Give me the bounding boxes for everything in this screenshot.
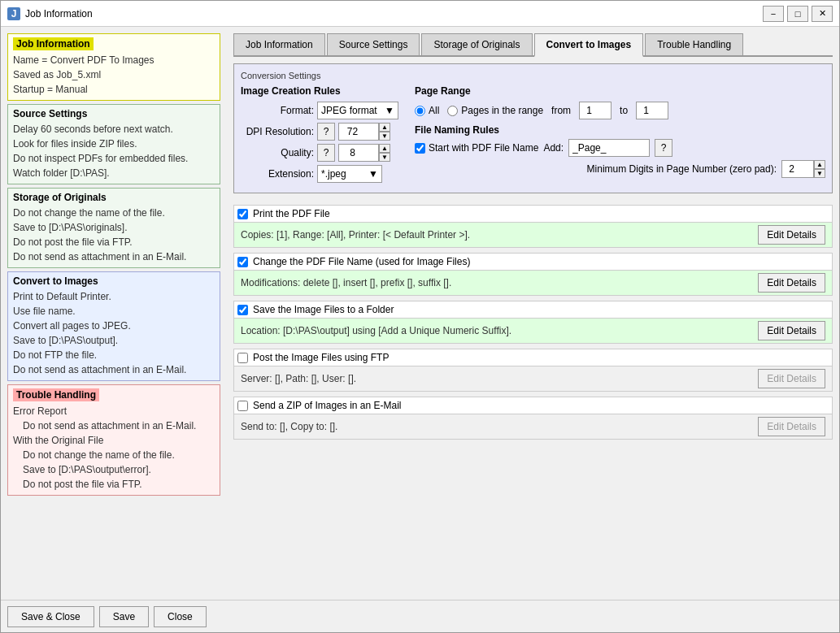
job-info-item-1: Name = Convert PDF To Images bbox=[13, 53, 215, 67]
quality-question-button[interactable]: ? bbox=[317, 144, 335, 162]
min-digits-spin-buttons: ▲ ▼ bbox=[814, 160, 825, 178]
trouble-original-item-2: Save to [D:\PAS\output\error]. bbox=[13, 462, 215, 477]
extension-row: Extension: *.jpeg ▼ bbox=[241, 165, 398, 183]
add-question-button[interactable]: ? bbox=[655, 139, 672, 157]
save-close-button[interactable]: Save & Close bbox=[7, 606, 94, 627]
trouble-header: Trouble Handling bbox=[13, 388, 99, 401]
title-bar: J Job Information − □ ✕ bbox=[1, 1, 839, 27]
minimize-button[interactable]: − bbox=[763, 6, 784, 22]
tab-job-information[interactable]: Job Information bbox=[233, 33, 325, 55]
quality-spin-buttons: ▲ ▼ bbox=[379, 144, 390, 162]
print-pdf-edit-button[interactable]: Edit Details bbox=[758, 225, 825, 245]
post-ftp-checkbox[interactable] bbox=[237, 353, 248, 363]
dpi-up-button[interactable]: ▲ bbox=[379, 123, 390, 132]
extension-value: *.jpeg bbox=[321, 168, 346, 180]
all-pages-text: All bbox=[429, 105, 439, 116]
dpi-question-button[interactable]: ? bbox=[317, 123, 335, 141]
job-info-item-2: Saved as Job_5.xml bbox=[13, 67, 215, 82]
file-naming-title: File Naming Rules bbox=[415, 124, 825, 136]
storage-header: Storage of Originals bbox=[13, 192, 215, 203]
image-creation-rules: Image Creation Rules Format: JPEG format… bbox=[241, 85, 398, 186]
tab-storage-originals[interactable]: Storage of Originals bbox=[421, 33, 532, 55]
post-ftp-edit-button[interactable]: Edit Details bbox=[758, 369, 825, 388]
change-pdf-edit-button[interactable]: Edit Details bbox=[758, 273, 825, 293]
tab-convert-images[interactable]: Convert to Images bbox=[534, 33, 644, 57]
print-pdf-row: Print the PDF File bbox=[233, 205, 833, 223]
format-value: JPEG format bbox=[321, 105, 377, 116]
storage-item-3: Do not post the file via FTP. bbox=[13, 235, 215, 249]
close-button[interactable]: Close bbox=[154, 606, 207, 627]
save-image-edit-button[interactable]: Edit Details bbox=[758, 321, 825, 340]
dpi-down-button[interactable]: ▼ bbox=[379, 132, 390, 141]
convert-item-3: Convert all pages to JPEG. bbox=[13, 319, 215, 333]
tab-source-settings[interactable]: Source Settings bbox=[327, 33, 420, 55]
min-digits-up-button[interactable]: ▲ bbox=[814, 160, 825, 169]
page-range-section: Page Range All Pages in the range bbox=[415, 85, 825, 119]
storage-section: Storage of Originals Do not change the n… bbox=[7, 188, 220, 268]
quality-up-button[interactable]: ▲ bbox=[379, 144, 390, 153]
start-with-pdf-text: Start with PDF File Name bbox=[429, 142, 538, 154]
page-range-label[interactable]: Pages in the range bbox=[447, 105, 543, 116]
add-value-input[interactable] bbox=[568, 139, 650, 157]
min-digits-down-button[interactable]: ▼ bbox=[814, 169, 825, 178]
extension-select[interactable]: *.jpeg ▼ bbox=[317, 165, 382, 183]
all-pages-label[interactable]: All bbox=[415, 105, 439, 116]
start-with-pdf-checkbox[interactable] bbox=[415, 143, 425, 154]
start-with-pdf-row: Start with PDF File Name Add: ? bbox=[415, 139, 825, 157]
post-ftp-info: Server: [], Path: [], User: []. Edit Det… bbox=[233, 366, 833, 392]
main-window: J Job Information − □ ✕ Job Information … bbox=[0, 0, 840, 633]
format-dropdown-arrow: ▼ bbox=[385, 105, 394, 116]
min-digits-input[interactable] bbox=[781, 160, 814, 178]
dpi-input[interactable] bbox=[338, 123, 379, 141]
post-ftp-info-text: Server: [], Path: [], User: []. bbox=[241, 373, 758, 384]
send-zip-row: Send a ZIP of Images in an E-Mail bbox=[233, 397, 833, 414]
trouble-error-label: Error Report bbox=[13, 404, 215, 418]
file-naming-rules: File Naming Rules Start with PDF File Na… bbox=[415, 124, 825, 181]
quality-spinbox: ▲ ▼ bbox=[338, 144, 390, 162]
convert-section: Convert to Images Print to Default Print… bbox=[7, 271, 220, 381]
min-digits-label: Minimum Digits in Page Number (zero pad)… bbox=[587, 163, 777, 175]
post-ftp-label: Post the Image Files using FTP bbox=[253, 352, 389, 363]
min-digits-row: Minimum Digits in Page Number (zero pad)… bbox=[415, 160, 825, 178]
dpi-row: DPI Resolution: ? ▲ ▼ bbox=[241, 123, 398, 141]
save-image-row: Save the Image Files to a Folder bbox=[233, 301, 833, 319]
pages-in-range-radio[interactable] bbox=[447, 106, 458, 116]
save-image-checkbox[interactable] bbox=[237, 305, 248, 315]
storage-item-2: Save to [D:\PAS\originals]. bbox=[13, 220, 215, 235]
save-image-info-text: Location: [D:\PAS\output] using [Add a U… bbox=[241, 325, 758, 336]
source-settings-header: Source Settings bbox=[13, 108, 215, 119]
maximize-button[interactable]: □ bbox=[787, 6, 808, 22]
convert-item-6: Do not send as attachment in an E-Mail. bbox=[13, 362, 215, 377]
job-info-item-3: Startup = Manual bbox=[13, 82, 215, 97]
storage-item-1: Do not change the name of the file. bbox=[13, 206, 215, 220]
send-zip-checkbox[interactable] bbox=[237, 401, 248, 411]
quality-input[interactable] bbox=[338, 144, 379, 162]
app-icon: J bbox=[7, 7, 20, 20]
trouble-original-label: With the Original File bbox=[13, 433, 215, 448]
range-to-input[interactable] bbox=[636, 102, 668, 119]
right-settings: Page Range All Pages in the range bbox=[415, 85, 825, 186]
start-with-pdf-label[interactable]: Start with PDF File Name bbox=[415, 142, 538, 154]
all-pages-radio[interactable] bbox=[415, 106, 425, 116]
trouble-original-item-1: Do not change the name of the file. bbox=[13, 448, 215, 462]
post-ftp-row: Post the Image Files using FTP bbox=[233, 349, 833, 366]
tab-bar: Job Information Source Settings Storage … bbox=[233, 33, 833, 57]
send-zip-label: Send a ZIP of Images in an E-Mail bbox=[253, 400, 402, 411]
tab-trouble-handling[interactable]: Trouble Handling bbox=[645, 33, 743, 55]
footer: Save & Close Save Close bbox=[1, 600, 839, 632]
quality-down-button[interactable]: ▼ bbox=[379, 153, 390, 162]
print-pdf-checkbox[interactable] bbox=[237, 209, 248, 219]
send-zip-edit-button[interactable]: Edit Details bbox=[758, 417, 825, 436]
change-pdf-checkbox[interactable] bbox=[237, 257, 248, 267]
dpi-spinbox: ▲ ▼ bbox=[338, 123, 390, 141]
from-label: from bbox=[551, 105, 571, 116]
main-content: Job Information Name = Convert PDF To Im… bbox=[1, 27, 839, 600]
save-button[interactable]: Save bbox=[99, 606, 149, 627]
format-select[interactable]: JPEG format ▼ bbox=[317, 102, 398, 119]
to-label: to bbox=[620, 105, 628, 116]
range-from-input[interactable] bbox=[579, 102, 612, 119]
left-panel: Job Information Name = Convert PDF To Im… bbox=[1, 27, 227, 600]
close-window-button[interactable]: ✕ bbox=[812, 6, 833, 22]
conversion-settings-box: Conversion Settings Image Creation Rules… bbox=[233, 63, 833, 193]
print-pdf-info-text: Copies: [1], Range: [All], Printer: [< D… bbox=[241, 229, 758, 241]
